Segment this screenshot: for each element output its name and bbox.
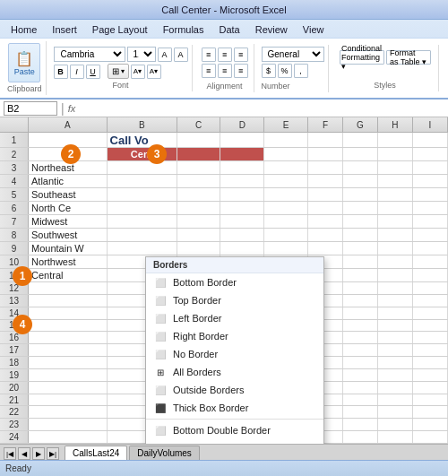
cell-e5[interactable]	[264, 188, 308, 201]
paste-button[interactable]: 📋 Paste	[8, 43, 40, 82]
font-name-select[interactable]: Cambria	[54, 47, 125, 62]
cell[interactable]	[29, 320, 108, 332]
cell[interactable]	[29, 394, 108, 406]
cell-d3[interactable]	[220, 161, 264, 174]
cell[interactable]	[29, 332, 108, 343]
cell-a10[interactable]: Northwest	[29, 255, 108, 268]
cell-i5[interactable]	[413, 188, 448, 201]
sheet-tab-dailyvolumes[interactable]: DailyVolumes	[129, 446, 200, 460]
cell-e7[interactable]	[264, 215, 308, 228]
cell-h4[interactable]	[378, 175, 413, 187]
cell-b3[interactable]	[108, 161, 177, 174]
cell-g3[interactable]	[343, 161, 378, 174]
cell-c6[interactable]	[177, 202, 221, 214]
cell[interactable]	[343, 382, 378, 394]
cell[interactable]	[29, 357, 108, 368]
cell-g9[interactable]	[343, 242, 378, 255]
cell[interactable]	[413, 419, 448, 430]
align-mid-btn[interactable]: ≡	[218, 48, 232, 62]
format-as-table-btn[interactable]: Formatas Table ▾	[386, 50, 431, 65]
cell-f4[interactable]	[308, 175, 343, 187]
cell-c4[interactable]	[177, 175, 221, 187]
cell-f5[interactable]	[308, 188, 343, 201]
cell[interactable]	[343, 431, 378, 443]
tab-home[interactable]: Home	[4, 22, 44, 38]
tab-review[interactable]: Review	[248, 22, 295, 38]
cell[interactable]	[378, 394, 413, 406]
cell-h2[interactable]	[378, 148, 413, 160]
cell-c3[interactable]	[177, 161, 221, 174]
cell-a5[interactable]: Southeast	[29, 188, 108, 201]
cell-b1[interactable]: Call Vo	[108, 133, 177, 147]
cell-h7[interactable]	[378, 215, 413, 228]
cell-d7[interactable]	[220, 215, 264, 228]
cell-g6[interactable]	[343, 202, 378, 214]
menu-item-bottom-double-border[interactable]: ⬜ Bottom Double Border	[146, 421, 323, 439]
cell-h6[interactable]	[378, 202, 413, 214]
align-right-btn[interactable]: ≡	[234, 64, 248, 78]
cell-d5[interactable]	[220, 188, 264, 201]
cell-f2[interactable]	[308, 148, 343, 160]
cell-g4[interactable]	[343, 175, 378, 187]
cell[interactable]	[29, 419, 108, 430]
conditional-format-btn[interactable]: ConditionalFormatting ▾	[340, 50, 384, 65]
cell-i3[interactable]	[413, 161, 448, 174]
cell[interactable]	[29, 431, 108, 443]
cell[interactable]	[378, 382, 413, 394]
cell-i9[interactable]	[413, 242, 448, 255]
cell[interactable]	[343, 357, 378, 368]
cell-b4[interactable]	[108, 175, 177, 187]
italic-button[interactable]: I	[70, 65, 84, 79]
cell-h9[interactable]	[378, 242, 413, 255]
cell[interactable]	[413, 394, 448, 406]
cell-i2[interactable]	[413, 148, 448, 160]
borders-button[interactable]: ⊞	[108, 64, 129, 79]
cell-h5[interactable]	[378, 188, 413, 201]
tab-data[interactable]: Data	[211, 22, 246, 38]
cell-b9[interactable]	[108, 242, 177, 255]
cell-a6[interactable]: North Ce	[29, 202, 108, 214]
cell-c7[interactable]	[177, 215, 221, 228]
cell[interactable]	[343, 344, 378, 356]
cell-e6[interactable]	[264, 202, 308, 214]
cell[interactable]	[343, 394, 378, 406]
cell-g11[interactable]	[343, 269, 378, 281]
tab-formulas[interactable]: Formulas	[156, 22, 211, 38]
cell[interactable]	[378, 406, 413, 418]
cell-f9[interactable]	[308, 242, 343, 255]
cell[interactable]	[413, 295, 448, 307]
cell[interactable]	[413, 406, 448, 418]
cell-h11[interactable]	[378, 269, 413, 281]
cell-d4[interactable]	[220, 175, 264, 187]
cell-g7[interactable]	[343, 215, 378, 228]
cell[interactable]	[343, 295, 378, 307]
cell[interactable]	[29, 307, 108, 319]
name-box[interactable]	[4, 101, 57, 116]
menu-item-left-border[interactable]: ⬜ Left Border	[146, 309, 323, 327]
cell-f3[interactable]	[308, 161, 343, 174]
cell[interactable]	[378, 369, 413, 381]
cell[interactable]	[413, 357, 448, 368]
cell-h3[interactable]	[378, 161, 413, 174]
cell[interactable]	[413, 307, 448, 319]
cell-e2[interactable]	[264, 148, 308, 160]
cell-b7[interactable]	[108, 215, 177, 228]
cell-g10[interactable]	[343, 255, 378, 268]
cell[interactable]	[343, 307, 378, 319]
cell-b8[interactable]	[108, 229, 177, 241]
align-left-btn[interactable]: ≡	[202, 64, 216, 78]
cell[interactable]	[413, 332, 448, 343]
comma-btn[interactable]: ,	[294, 64, 308, 78]
cell-e9[interactable]	[264, 242, 308, 255]
tab-page-layout[interactable]: Page Layout	[85, 22, 155, 38]
cell[interactable]	[413, 320, 448, 332]
cell[interactable]	[29, 282, 108, 294]
cell-e8[interactable]	[264, 229, 308, 241]
menu-item-thick-bottom-border[interactable]: ⬜ Thick Bottom Border	[146, 439, 323, 444]
cell[interactable]	[413, 369, 448, 381]
fill-color-btn[interactable]: A▾	[131, 65, 145, 79]
tab-first-btn[interactable]: |◀	[4, 447, 16, 460]
cell-f1[interactable]	[308, 133, 343, 147]
cell-i6[interactable]	[413, 202, 448, 214]
cell[interactable]	[29, 344, 108, 356]
